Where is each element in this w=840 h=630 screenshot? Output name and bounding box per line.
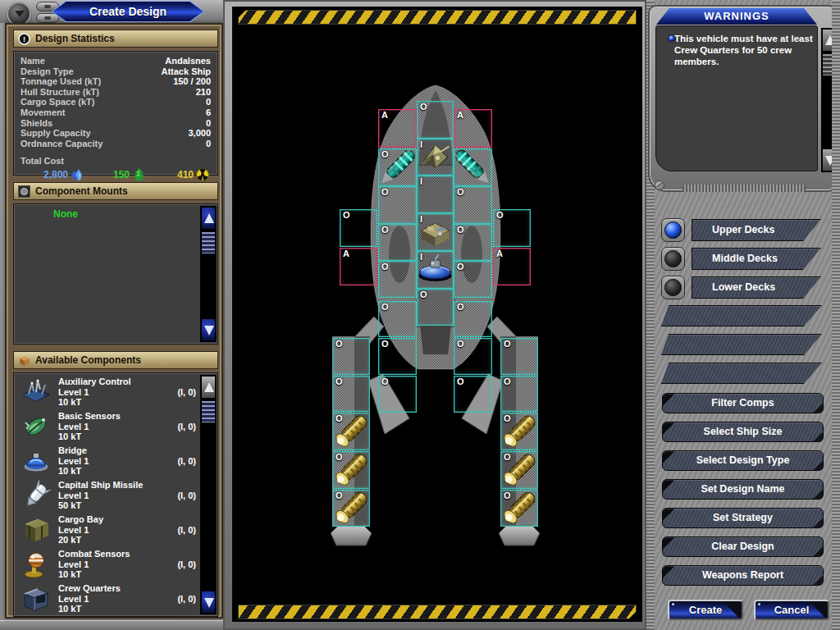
design-viewport-frame: OIIIIOAOOOOOOOAOOOOOOOOAOAOOOOOOOOOO <box>223 0 646 630</box>
ship-slot[interactable]: O <box>378 148 417 186</box>
stat-row: Name Andalsnes <box>21 56 211 66</box>
ship-slot[interactable]: I <box>417 139 454 176</box>
ship-slot[interactable]: O <box>332 490 370 527</box>
radioactives-value: 410 <box>177 169 194 180</box>
cancel-button[interactable]: Cancel <box>754 600 829 620</box>
ship-slot[interactable]: O <box>454 224 492 261</box>
ship-slot[interactable]: O <box>500 376 538 412</box>
components-scroll-down-button[interactable] <box>201 591 216 614</box>
stat-label: Shields <box>21 118 52 129</box>
component-list-item[interactable]: Bridge Level 1 10 kT (I, 0) <box>16 444 199 478</box>
ship-slot[interactable]: I <box>417 213 454 251</box>
ship-slot[interactable]: O <box>417 289 454 326</box>
component-level: Level 1 <box>58 456 89 467</box>
deck-button[interactable]: Upper Decks <box>692 219 821 241</box>
ship-slot[interactable]: A <box>378 109 417 148</box>
component-level: Level 1 <box>58 422 121 432</box>
deck-radio[interactable] <box>661 276 685 299</box>
left-panel: ! Design Statistics Name Andalsnes Desig… <box>5 23 223 619</box>
ship-slot[interactable]: A <box>340 248 377 285</box>
blank-button-3[interactable] <box>661 363 822 384</box>
component-level: Level 1 <box>58 387 131 398</box>
warnings-scroll-up-button[interactable] <box>822 29 837 52</box>
right-sidebar: WARNINGS This vehicle must have at least… <box>646 0 840 630</box>
component-list-item[interactable]: Capital Ship Missile Level 1 50 kT (I, 0… <box>16 478 199 513</box>
action-button[interactable]: Select Ship Size <box>662 422 824 442</box>
slot-label: O <box>381 377 389 386</box>
component-list-item[interactable]: Combat Sensors Level 1 10 kT (I, 0) <box>16 547 199 582</box>
component-list-item[interactable]: Crew Quarters Level 1 10 kT (I, 0) <box>16 582 199 616</box>
ship-slot[interactable]: O <box>332 413 370 450</box>
slot-label: A <box>343 249 349 258</box>
capital-ship-missile-icon <box>21 480 52 511</box>
ship-slot[interactable]: O <box>454 301 492 337</box>
deck-button[interactable]: Middle Decks <box>692 248 821 270</box>
ship-slot[interactable]: O <box>454 261 492 298</box>
ship-slot[interactable]: O <box>378 301 417 337</box>
ship-slot[interactable]: O <box>332 338 370 375</box>
action-button[interactable]: Set Design Name <box>662 479 824 500</box>
ship-slot[interactable]: O <box>493 209 531 247</box>
action-button[interactable]: Select Design Type <box>662 450 824 471</box>
blank-button-1[interactable] <box>661 305 822 326</box>
ship-slot[interactable]: O <box>378 338 417 375</box>
ship-slot[interactable]: O <box>500 490 538 527</box>
ship-slot[interactable]: O <box>332 376 370 412</box>
stat-value: 0 <box>206 118 211 129</box>
ship-slot[interactable]: O <box>340 209 377 247</box>
action-button[interactable]: Clear Design <box>662 536 824 557</box>
slot-label: A <box>457 110 463 120</box>
deck-button[interactable]: Lower Decks <box>692 276 821 299</box>
action-button[interactable]: Set Strategy <box>662 508 824 528</box>
component-list-item[interactable]: Auxiliary Control Level 1 10 kT (I, 0) <box>16 375 199 409</box>
component-list-item[interactable]: Basic Sensors Level 1 10 kT (I, 0) <box>16 409 199 444</box>
window-oval-button-bottom[interactable] <box>36 13 59 23</box>
component-list-item[interactable]: Cargo Bay Level 1 20 kT (I, 0) <box>16 513 199 547</box>
mounts-scroll-down-button[interactable] <box>201 318 216 341</box>
slot-label: O <box>381 302 389 312</box>
blank-button-2[interactable] <box>661 334 822 355</box>
slot-label: O <box>504 339 511 349</box>
ship-slot[interactable]: O <box>500 338 538 375</box>
ship-slot[interactable]: O <box>454 148 492 186</box>
ship-slot[interactable]: O <box>454 338 492 375</box>
deck-radio[interactable] <box>661 218 685 242</box>
action-button[interactable]: Weapons Report <box>662 565 824 586</box>
create-button[interactable]: Create <box>668 600 743 620</box>
action-button[interactable]: Filter Comps <box>662 393 824 413</box>
slot-label: O <box>504 491 511 500</box>
components-scroll-up-button[interactable] <box>201 376 216 399</box>
ship-slot[interactable]: O <box>378 261 417 298</box>
warning-text: This vehicle must have at least Crew Qua… <box>674 33 815 67</box>
component-stats: (I, 0) <box>177 456 196 466</box>
ship-slot[interactable]: A <box>493 248 531 285</box>
ship-slot[interactable]: O <box>454 186 492 224</box>
ship-slot[interactable]: O <box>500 451 538 489</box>
ship-slot[interactable]: O <box>500 413 538 450</box>
design-statistics-header: ! Design Statistics <box>13 30 218 48</box>
ship-slot[interactable]: O <box>378 186 417 224</box>
ship-slot[interactable]: A <box>454 109 492 148</box>
components-scroll-thumb[interactable] <box>201 400 216 423</box>
ship-slot[interactable]: I <box>417 251 454 289</box>
ship-slot[interactable]: O <box>378 376 417 413</box>
slot-label: O <box>457 377 464 386</box>
design-statistics-panel: Name Andalsnes Design Type Attack Ship T… <box>13 51 218 176</box>
component-size: 10 kT <box>58 397 131 408</box>
ship-slot[interactable]: O <box>332 451 370 489</box>
ship-slot[interactable]: O <box>417 101 454 139</box>
warnings-scroll-down-button[interactable] <box>822 148 837 171</box>
slot-label: O <box>457 149 464 159</box>
ship-slot[interactable]: O <box>378 224 417 261</box>
component-level: Level 1 <box>58 594 121 605</box>
mounts-scroll-up-button[interactable] <box>201 207 216 230</box>
component-stats: (I, 0) <box>177 387 196 397</box>
mounts-empty-text: None <box>53 208 78 220</box>
cargo-bay-icon <box>21 514 52 546</box>
mounts-scroll-thumb[interactable] <box>201 231 216 254</box>
ship-slot[interactable]: O <box>454 376 492 413</box>
ship-slot[interactable]: I <box>417 176 454 213</box>
bridge-icon <box>21 445 52 477</box>
warnings-scroll-thumb[interactable] <box>822 53 837 76</box>
deck-radio[interactable] <box>661 247 685 271</box>
